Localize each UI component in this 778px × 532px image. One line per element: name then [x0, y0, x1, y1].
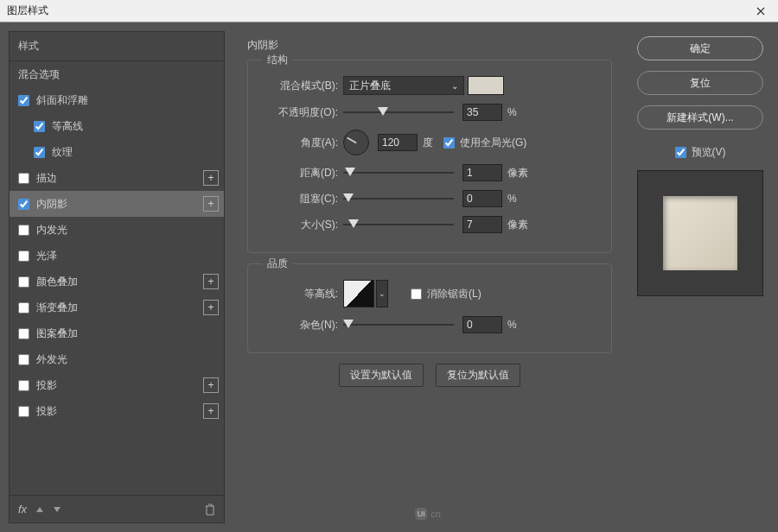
style-label: 内发光 [36, 223, 67, 238]
style-row[interactable]: 内阴影+ [10, 191, 224, 217]
style-row[interactable]: 投影+ [10, 398, 224, 424]
add-instance-button[interactable]: + [203, 196, 219, 212]
contour-dropdown[interactable]: ⌄ [376, 280, 388, 307]
add-instance-button[interactable]: + [203, 274, 219, 289]
noise-slider[interactable] [343, 319, 454, 331]
blend-mode-select[interactable]: 正片叠底 [343, 76, 464, 95]
blend-mode-label: 混合模式(B): [260, 79, 343, 93]
style-checkbox[interactable] [34, 147, 45, 158]
style-row[interactable]: 等高线 [10, 113, 224, 139]
style-row[interactable]: 图案叠加 [10, 320, 224, 346]
set-default-button[interactable]: 设置为默认值 [339, 364, 424, 387]
style-label: 渐变叠加 [36, 301, 78, 315]
fx-icon[interactable]: fx [18, 503, 27, 516]
style-row[interactable]: 光泽 [10, 243, 224, 269]
preview-swatch [663, 196, 737, 270]
add-instance-button[interactable]: + [203, 170, 219, 186]
styles-list-panel: 样式 混合选项 斜面和浮雕等高线纹理描边+内阴影+内发光光泽颜色叠加+渐变叠加+… [9, 31, 225, 523]
blending-options-row[interactable]: 混合选项 [10, 61, 224, 87]
arrow-up-icon[interactable] [35, 505, 44, 514]
style-label: 颜色叠加 [36, 275, 78, 289]
style-row[interactable]: 投影+ [10, 372, 224, 398]
style-checkbox[interactable] [18, 173, 29, 184]
style-row[interactable]: 纹理 [10, 139, 224, 165]
add-instance-button[interactable]: + [203, 377, 219, 393]
style-row[interactable]: 描边+ [10, 165, 224, 191]
structure-label: 结构 [262, 53, 293, 67]
close-button[interactable] [743, 0, 778, 22]
quality-fieldset: 品质 等高线: ⌄ 消除锯齿(L) 杂色(N): 0 % [247, 263, 612, 353]
choke-slider[interactable] [343, 193, 454, 205]
style-checkbox[interactable] [18, 328, 29, 339]
new-style-button[interactable]: 新建样式(W)... [637, 105, 763, 130]
effect-title: 内阴影 [247, 38, 612, 53]
style-row[interactable]: 颜色叠加+ [10, 269, 224, 294]
styles-footer: fx [10, 495, 224, 522]
choke-input[interactable]: 0 [462, 190, 502, 207]
style-checkbox[interactable] [18, 225, 29, 236]
size-label: 大小(S): [260, 218, 343, 232]
trash-icon[interactable] [205, 504, 215, 516]
add-instance-button[interactable]: + [203, 300, 219, 315]
choke-unit: % [507, 193, 517, 205]
quality-label: 品质 [262, 256, 293, 271]
settings-panel: 内阴影 结构 混合模式(B): 正片叠底 不透明度(O): 35 % 角度(A)… [233, 31, 622, 523]
distance-label: 距离(D): [260, 166, 343, 180]
shadow-color-swatch[interactable] [468, 76, 504, 95]
opacity-input[interactable]: 35 [462, 104, 502, 121]
size-slider[interactable] [343, 218, 454, 231]
style-row[interactable]: 外发光 [10, 346, 224, 372]
add-instance-button[interactable]: + [203, 403, 219, 419]
style-checkbox[interactable] [18, 250, 29, 262]
style-row[interactable]: 斜面和浮雕 [10, 87, 224, 113]
arrow-down-icon[interactable] [53, 505, 61, 514]
style-label: 投影 [36, 378, 57, 393]
style-checkbox[interactable] [18, 302, 29, 314]
style-label: 外发光 [36, 352, 67, 367]
style-checkbox[interactable] [18, 199, 29, 210]
style-label: 图案叠加 [36, 326, 78, 341]
angle-label: 角度(A): [260, 136, 343, 150]
cancel-button[interactable]: 复位 [637, 71, 763, 95]
blending-options-label: 混合选项 [18, 67, 60, 82]
contour-picker[interactable] [343, 280, 374, 307]
actions-panel: 确定 复位 新建样式(W)... 预览(V) [631, 31, 769, 523]
opacity-unit: % [507, 106, 517, 118]
size-input[interactable]: 7 [462, 216, 502, 233]
antialias-checkbox[interactable]: 消除锯齿(L) [411, 287, 481, 301]
style-checkbox[interactable] [18, 95, 29, 106]
opacity-slider[interactable] [343, 106, 454, 118]
style-label: 等高线 [52, 119, 83, 134]
style-label: 投影 [36, 404, 57, 419]
distance-slider[interactable] [343, 167, 454, 179]
structure-fieldset: 结构 混合模式(B): 正片叠底 不透明度(O): 35 % 角度(A): 12… [247, 60, 612, 253]
preview-box [637, 170, 763, 296]
angle-input[interactable]: 120 [378, 134, 418, 151]
style-checkbox[interactable] [18, 354, 29, 365]
opacity-label: 不透明度(O): [260, 105, 343, 120]
style-row[interactable]: 内发光 [10, 217, 224, 243]
style-checkbox[interactable] [18, 276, 29, 288]
style-row[interactable]: 渐变叠加+ [10, 294, 224, 320]
style-label: 内阴影 [36, 197, 67, 212]
size-unit: 像素 [507, 218, 528, 232]
style-checkbox[interactable] [18, 406, 29, 417]
angle-dial[interactable] [343, 130, 369, 155]
distance-input[interactable]: 1 [462, 164, 502, 181]
style-checkbox[interactable] [18, 380, 29, 391]
styles-header: 样式 [10, 32, 224, 61]
choke-label: 阻塞(C): [260, 192, 343, 206]
style-label: 描边 [36, 171, 57, 186]
style-label: 斜面和浮雕 [36, 93, 88, 108]
contour-label: 等高线: [260, 287, 343, 301]
noise-input[interactable]: 0 [462, 316, 502, 333]
ok-button[interactable]: 确定 [637, 36, 763, 60]
watermark-icon: UI [415, 508, 427, 520]
style-label: 纹理 [52, 145, 73, 160]
global-light-checkbox[interactable]: 使用全局光(G) [443, 136, 526, 150]
titlebar: 图层样式 [0, 0, 778, 22]
window-title: 图层样式 [7, 3, 48, 18]
reset-default-button[interactable]: 复位为默认值 [436, 364, 520, 387]
preview-checkbox[interactable]: 预览(V) [675, 145, 726, 160]
style-checkbox[interactable] [34, 121, 45, 132]
